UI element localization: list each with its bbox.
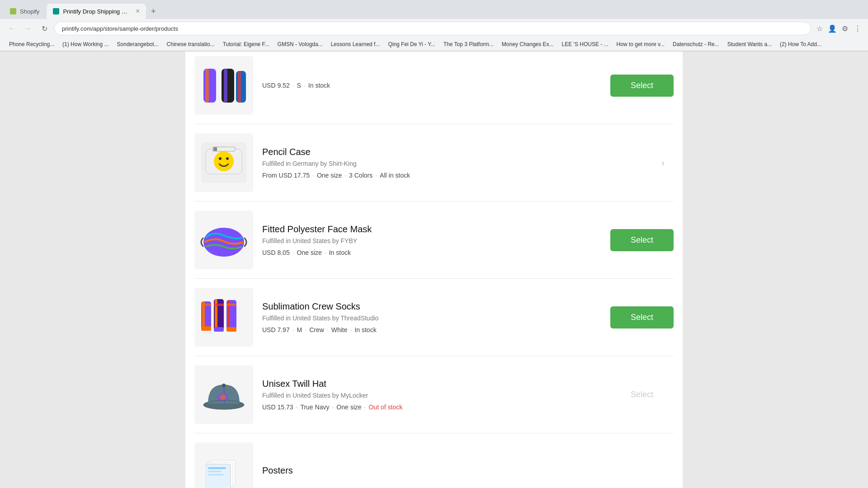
bookmarks-bar: Phone Recycling... (1) How Working ... S… [0,38,868,51]
product-image-wrap [194,288,253,347]
product-colors: 3 Colors [349,172,373,179]
product-price: USD 8.05 [262,249,290,256]
product-action: Select [610,390,674,399]
product-name: Fitted Polyester Face Mask [262,224,601,235]
product-meta: USD 8.05 · One size · In stock [262,249,601,256]
bookmark-10[interactable]: LEE 'S HOUSE - ... [558,40,612,49]
select-button[interactable]: Select [610,306,674,328]
product-image-wrap [194,56,253,115]
forward-button[interactable]: → [22,22,34,35]
table-row: Pencil Case Fulfilled in Germany by Shir… [194,124,674,202]
svg-rect-18 [214,327,224,332]
product-image-wrap [194,365,253,424]
product-info: Sublimation Crew Socks Fulfilled in Unit… [262,301,601,333]
product-size: One size [336,404,361,411]
product-image [199,220,249,260]
product-action: › [610,158,674,168]
product-image [199,64,249,107]
bookmark-9[interactable]: Money Changes Ex... [498,40,557,49]
svg-rect-2 [222,69,234,103]
bookmark-4[interactable]: Tutorial: Eigene F... [219,40,273,49]
bookmark-5[interactable]: GMSN - Vologda... [274,40,326,49]
product-stock: In stock [308,82,330,89]
tab-printify[interactable]: Printify Drop Shipping Print o... × [47,4,146,19]
svg-point-7 [214,151,234,171]
product-name: Sublimation Crew Socks [262,301,601,312]
bookmark-0[interactable]: Phone Recycling... [5,40,58,49]
product-info: Unisex Twill Hat Fulfilled in United Sta… [262,379,601,411]
product-fulfilled: Fulfilled in Germany by Shirt-King [262,160,601,167]
svg-rect-24 [226,304,236,306]
product-action: Select [610,75,674,97]
select-button[interactable]: Select [610,75,674,97]
bookmark-8[interactable]: The Top 3 Platform... [440,40,497,49]
product-color: True Navy [300,404,329,411]
tab-bar: Shopify Printify Drop Shipping Print o..… [0,0,868,19]
tab-printify-label: Printify Drop Shipping Print o... [63,8,130,15]
product-name: Unisex Twill Hat [262,379,601,389]
bookmark-6[interactable]: Lessons Learned f... [327,40,384,49]
product-fulfilled: Fulfilled in United States by ThreadStud… [262,314,601,322]
svg-point-9 [226,157,229,160]
bookmark-14[interactable]: (2) How To Add... [776,40,825,49]
product-size: One size [297,249,322,256]
product-stock: In stock [354,326,376,333]
svg-rect-5 [238,71,241,103]
back-button[interactable]: ← [5,22,18,35]
product-info: Fitted Polyester Face Mask Fulfilled in … [262,224,601,256]
printify-favicon [53,8,59,14]
product-stock: Out of stock [368,404,402,411]
product-image [206,456,242,488]
product-size: M [297,326,302,333]
product-name: Pencil Case [262,147,601,157]
product-size: One size [317,172,342,179]
shopify-favicon [10,8,16,14]
product-image [201,142,246,183]
new-tab-button[interactable]: + [147,5,160,18]
bookmark-7[interactable]: Qing Fei De Yi - Y... [384,40,439,49]
select-button-disabled: Select [610,390,674,399]
product-color: White [331,326,348,333]
address-input[interactable] [54,22,811,35]
product-stock: All in stock [380,172,410,179]
browser-actions: ☆ 👤 ⚙ ⋮ [815,23,863,33]
svg-rect-3 [224,69,227,103]
product-size: S [297,82,301,89]
svg-rect-34 [208,471,222,472]
browser-chrome: Shopify Printify Drop Shipping Print o..… [0,0,868,52]
extensions-icon[interactable]: ⚙ [840,23,850,33]
select-button[interactable]: Select [610,229,674,251]
table-row: Fitted Polyester Face Mask Fulfilled in … [194,202,674,279]
bookmark-2[interactable]: Sonderangebot... [113,40,162,49]
tab-shopify-label: Shopify [20,8,39,15]
bookmark-11[interactable]: How to get more v... [613,40,668,49]
product-meta: From USD 17.75 · One size · 3 Colors · A… [262,172,601,179]
svg-rect-15 [201,326,211,331]
svg-rect-11 [213,147,217,151]
product-price: USD 7.97 [262,326,290,333]
table-row: USD 9.52 · S · In stock Select [194,52,674,124]
tab-shopify[interactable]: Shopify [4,5,46,19]
product-meta: USD 15.73 · True Navy · One size · Out o… [262,404,601,411]
bookmark-icon[interactable]: ☆ [815,23,825,33]
table-row: Posters [194,433,674,488]
bookmark-1[interactable]: (1) How Working ... [59,40,112,49]
product-fulfilled: Fulfilled in United States by FYBY [262,237,601,244]
product-style: Crew [309,326,324,333]
svg-rect-1 [205,69,209,103]
product-list: USD 9.52 · S · In stock Select [194,52,674,488]
svg-point-8 [219,157,222,160]
product-price: From USD 17.75 [262,172,310,179]
bookmark-13[interactable]: Student Wants a... [724,40,775,49]
product-name: Posters [262,465,674,476]
chevron-right-icon[interactable]: › [661,158,669,168]
svg-rect-33 [208,467,226,469]
menu-icon[interactable]: ⋮ [853,23,863,33]
product-image [201,375,246,414]
bookmark-12[interactable]: Datenschutz - Re... [669,40,723,49]
product-meta: USD 9.52 · S · In stock [262,82,601,89]
bookmark-3[interactable]: Chinese translatio... [163,40,218,49]
tab-close-icon[interactable]: × [136,7,140,15]
profile-icon[interactable]: 👤 [827,23,837,33]
refresh-button[interactable]: ↻ [38,22,51,35]
